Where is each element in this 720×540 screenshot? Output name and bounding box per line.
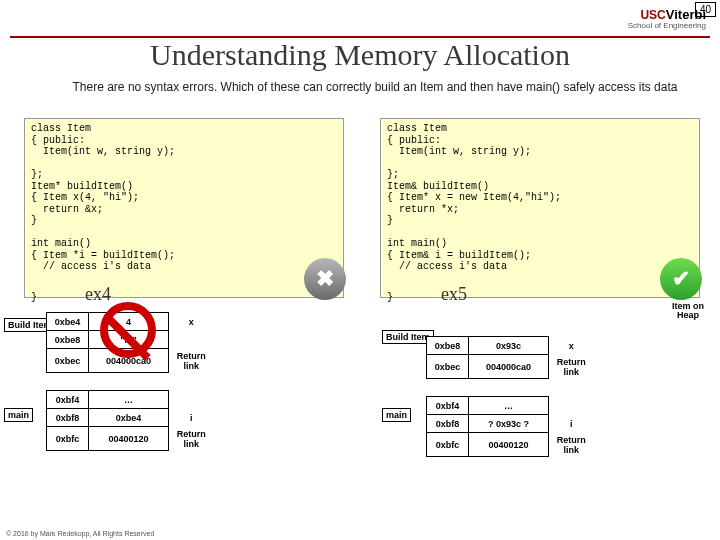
forbidden-icon — [100, 302, 156, 358]
addr-cell: 0xbe8 — [427, 337, 469, 355]
table-row: 0xbf4… — [47, 391, 214, 409]
val-cell: … — [89, 391, 169, 409]
wrong-icon — [304, 258, 346, 300]
right-stack: 0xbe80x93cx 0xbec004000ca0Return link 0x… — [426, 336, 594, 457]
lbl-cell: Return link — [549, 355, 594, 379]
ex4-label: ex4 — [85, 284, 111, 304]
lbl-cell: Return link — [169, 427, 214, 451]
table-row: 0xbe80x93cx — [427, 337, 594, 355]
table-row: 0xbf8? 0x93c ?i — [427, 415, 594, 433]
val-cell: 00400120 — [469, 433, 549, 457]
val-cell: 00400120 — [89, 427, 169, 451]
addr-cell: 0xbe8 — [47, 331, 89, 349]
page-subtitle: There are no syntax errors. Which of the… — [60, 80, 690, 96]
addr-cell: 0xbf4 — [427, 397, 469, 415]
addr-cell: 0xbf8 — [427, 415, 469, 433]
val-cell: 0xbe4 — [89, 409, 169, 427]
page-title: Understanding Memory Allocation — [0, 38, 720, 72]
correct-icon — [660, 258, 702, 300]
table-row: 0xbec004000ca0Return link — [427, 355, 594, 379]
lbl-cell: Return link — [549, 433, 594, 457]
val-cell: 004000ca0 — [469, 355, 549, 379]
lbl-cell: x — [549, 337, 594, 355]
table-row: 0xbfc00400120Return link — [47, 427, 214, 451]
val-cell: 0x93c — [469, 337, 549, 355]
left-main-bracket: main — [4, 408, 33, 422]
heap-label: Item on Heap — [668, 302, 708, 321]
lbl-cell — [169, 331, 214, 349]
logo-viterbi: Viterbi — [666, 7, 706, 22]
lbl-cell: i — [549, 415, 594, 433]
header-logo: USCViterbi School of Engineering — [628, 8, 706, 31]
val-cell: … — [469, 397, 549, 415]
right-stack-table: 0xbe80x93cx 0xbec004000ca0Return link 0x… — [426, 336, 594, 457]
addr-cell: 0xbe4 — [47, 313, 89, 331]
lbl-cell: i — [169, 409, 214, 427]
lbl-cell — [169, 391, 214, 409]
addr-cell: 0xbec — [427, 355, 469, 379]
addr-cell: 0xbfc — [427, 433, 469, 457]
addr-cell: 0xbec — [47, 349, 89, 373]
lbl-cell: Return link — [169, 349, 214, 373]
copyright: © 2016 by Mark Redekopp, All Rights Rese… — [6, 530, 154, 537]
addr-cell: 0xbf4 — [47, 391, 89, 409]
code-box-ex4: class Item { public: Item(int w, string … — [24, 118, 344, 298]
table-row: 0xbf4… — [427, 397, 594, 415]
lbl-cell: x — [169, 313, 214, 331]
addr-cell: 0xbf8 — [47, 409, 89, 427]
code-box-ex5: class Item { public: Item(int w, string … — [380, 118, 700, 298]
code-ex5-text: class Item { public: Item(int w, string … — [387, 123, 561, 303]
val-cell: ? 0x93c ? — [469, 415, 549, 433]
table-row: 0xbf80xbe4i — [47, 409, 214, 427]
lbl-cell — [549, 397, 594, 415]
logo-usc: USC — [640, 8, 665, 22]
table-row: 0xbfc00400120Return link — [427, 433, 594, 457]
addr-cell: 0xbfc — [47, 427, 89, 451]
right-main-bracket: main — [382, 408, 411, 422]
ex5-label: ex5 — [441, 284, 467, 304]
logo-sub: School of Engineering — [628, 22, 706, 31]
code-ex4-text: class Item { public: Item(int w, string … — [31, 123, 175, 303]
